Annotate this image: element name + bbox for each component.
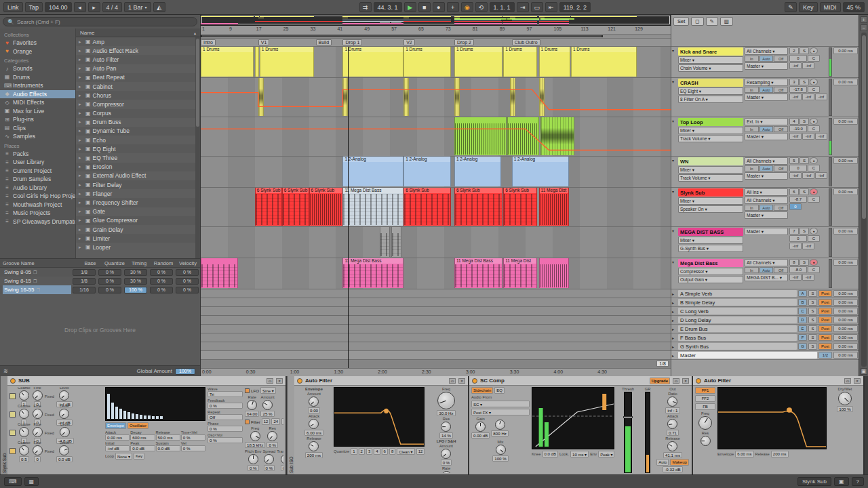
volume-field[interactable]: -8.0: [789, 266, 807, 273]
slope-12[interactable]: 12: [262, 418, 271, 425]
sidebar-item-plug-ins[interactable]: ⊞Plug-ins: [0, 115, 75, 124]
env-decay[interactable]: Decay600 ms: [130, 430, 155, 441]
clip-6-slynk-sub-6[interactable]: 6 Slynk Sub: [503, 188, 536, 226]
clip-mega-dist-bass-4[interactable]: [539, 258, 570, 288]
track-number[interactable]: 6: [789, 188, 799, 195]
send-field[interactable]: 0: [789, 203, 802, 210]
monitor-auto[interactable]: Auto: [760, 205, 774, 211]
vertical-scrollbar[interactable]: [861, 33, 867, 367]
output-chooser[interactable]: Master ▾: [745, 228, 788, 235]
solo-button[interactable]: S: [800, 79, 809, 85]
osc-wave[interactable]: WaveTri: [208, 387, 243, 397]
disclosure-icon[interactable]: ▸: [79, 84, 83, 89]
loop-mode-chooser[interactable]: None ▾: [115, 453, 132, 460]
help-icon[interactable]: ?: [852, 477, 864, 486]
track-number[interactable]: 8: [789, 259, 799, 266]
disclosure-icon[interactable]: ▸: [79, 39, 83, 45]
monitor-auto[interactable]: Auto: [760, 56, 774, 62]
global-amount-field[interactable]: 100%: [175, 368, 195, 375]
send-field[interactable]: -inf: [802, 172, 814, 179]
param-ratio[interactable]: Ratioinf : 1: [665, 392, 679, 413]
play-button[interactable]: ▶: [404, 2, 416, 12]
solo-button[interactable]: S: [800, 47, 809, 54]
browser-item-chorus[interactable]: ▸▣Chorus: [76, 91, 200, 100]
browser-item-external-audio-effect[interactable]: ▸▣External Audio Effect: [76, 171, 200, 180]
compressor-display[interactable]: [532, 387, 614, 449]
post-toggle[interactable]: Post: [818, 317, 832, 323]
return-track-a-simple-verb[interactable]: ▸A Simple VerbASPost0.00 ms: [671, 289, 859, 298]
groove-col-quantize[interactable]: Quantize: [102, 260, 127, 266]
beat-time-ruler[interactable]: 191725334149576573818997105113121129: [201, 26, 671, 35]
track-delay-field[interactable]: 0.00 ms: [833, 228, 858, 235]
disclosure-icon[interactable]: ▸: [79, 173, 83, 178]
clip-crash-0[interactable]: [258, 78, 264, 116]
browser-item-corpus[interactable]: ▸▣Corpus: [76, 109, 200, 118]
browser-item-erosion[interactable]: ▸▣Erosion: [76, 163, 200, 171]
clip-1-drums-5[interactable]: 1 Drums: [454, 47, 502, 77]
automation-device-chooser[interactable]: Mixer ▾: [678, 166, 743, 174]
locator-v1[interactable]: V1: [258, 39, 270, 45]
track-number[interactable]: 3: [789, 79, 799, 85]
return-letter[interactable]: B: [798, 299, 807, 306]
device-on-toggle[interactable]: [297, 378, 302, 384]
arm-button[interactable]: ●: [810, 79, 818, 85]
sidebar-item-midi-effects[interactable]: ◇MIDI Effects: [0, 98, 75, 107]
return-letter[interactable]: F: [798, 334, 807, 341]
env-sustain[interactable]: Sustain0.0 dB: [156, 441, 180, 451]
disclosure-icon[interactable]: ▸: [79, 182, 83, 188]
current-clip-label[interactable]: Slynk Sub: [797, 477, 831, 486]
send-field[interactable]: -inf: [802, 133, 814, 140]
automation-arm-button[interactable]: ◉: [461, 2, 473, 12]
disclosure-icon[interactable]: ▸: [79, 119, 83, 125]
automation-param-chooser[interactable]: 8 Filter On A ▾: [678, 96, 743, 103]
return-letter[interactable]: E: [798, 325, 807, 332]
browser-item-grain-delay[interactable]: ▸▣Grain Delay: [76, 225, 200, 234]
param-freq[interactable]: Freq30.0 Hz: [437, 387, 455, 416]
browser-item-audio-effect-rack[interactable]: ▸▣Audio Effect Rack: [76, 46, 200, 55]
volume-field[interactable]: 0: [789, 235, 807, 242]
filter-toggle[interactable]: [245, 420, 250, 424]
locator-drop-1[interactable]: Drop 1: [342, 39, 362, 45]
monitor-in[interactable]: In: [745, 165, 759, 171]
envelope-chooser[interactable]: Peak ▾: [598, 451, 614, 458]
knob[interactable]: [60, 427, 70, 437]
fold-icon[interactable]: ▾: [672, 259, 677, 288]
param-fine[interactable]: Fine0: [33, 441, 43, 462]
clip-top-loop-2[interactable]: [540, 117, 574, 155]
groove-timing-field[interactable]: 30 %: [124, 278, 147, 285]
disclosure-icon[interactable]: ▸: [79, 200, 83, 205]
io-show-icon[interactable]: ▥: [720, 17, 733, 26]
monitor-in[interactable]: In: [745, 56, 759, 62]
cue-out-chooser[interactable]: 1/2: [818, 352, 832, 359]
groove-timing-field[interactable]: 100 %: [124, 287, 147, 293]
fold-icon[interactable]: ▸: [672, 326, 677, 331]
knob[interactable]: [475, 422, 486, 432]
time-ruler[interactable]: 0:000:301:001:302:002:303:003:304:004:30: [201, 368, 671, 376]
fold-icon[interactable]: ▾: [672, 47, 677, 77]
hot-swap-icon[interactable]: ✕: [276, 378, 283, 384]
clip-1-2-analog-2[interactable]: 1 2-Analog: [454, 157, 501, 186]
env-peak[interactable]: Peak0.0 dB: [130, 441, 155, 451]
record-button[interactable]: ●: [433, 2, 445, 12]
track-delay-field[interactable]: 0.00 ms: [833, 259, 858, 266]
device-on-toggle[interactable]: [472, 378, 477, 384]
track-header-slynk-sub[interactable]: ▾Slynk SubMixer ▾Speaker On ▾All Ins ▾Al…: [671, 188, 859, 227]
output-chooser[interactable]: Master ▾: [745, 172, 788, 180]
param-attack[interactable]: Attack0.71: [667, 414, 679, 436]
follow-button[interactable]: ⇉: [359, 2, 372, 12]
output-chooser[interactable]: MEGA DIST B... ▾: [745, 274, 788, 281]
browser-item-eq-eight[interactable]: ▸▣EQ Eight: [76, 144, 200, 153]
clip-11-mega-dist-bass-2[interactable]: 11 Mega Dist Bass: [454, 258, 502, 288]
return-name[interactable]: F Bass Bus: [678, 334, 797, 341]
clip-6-slynk-sub-1[interactable]: 6 Slynk Sub: [282, 188, 309, 226]
commit-groove-icon[interactable]: ❐: [33, 279, 37, 283]
automation-device-chooser[interactable]: EQ Eight ▾: [678, 87, 743, 95]
lane-slynk-sub[interactable]: 6 Slynk Sub6 Slynk Sub6 Slynk Sub11 Mega…: [201, 188, 671, 227]
clip-mega-dist-bass-0[interactable]: [380, 227, 390, 257]
param-mix[interactable]: Mix100 %: [471, 440, 530, 462]
pan-field[interactable]: C: [808, 196, 820, 203]
filter-display[interactable]: [717, 387, 827, 449]
disclosure-icon[interactable]: ▸: [79, 48, 83, 54]
disclosure-icon[interactable]: ▸: [79, 93, 83, 98]
groove-col-timing[interactable]: Timing: [127, 260, 151, 266]
